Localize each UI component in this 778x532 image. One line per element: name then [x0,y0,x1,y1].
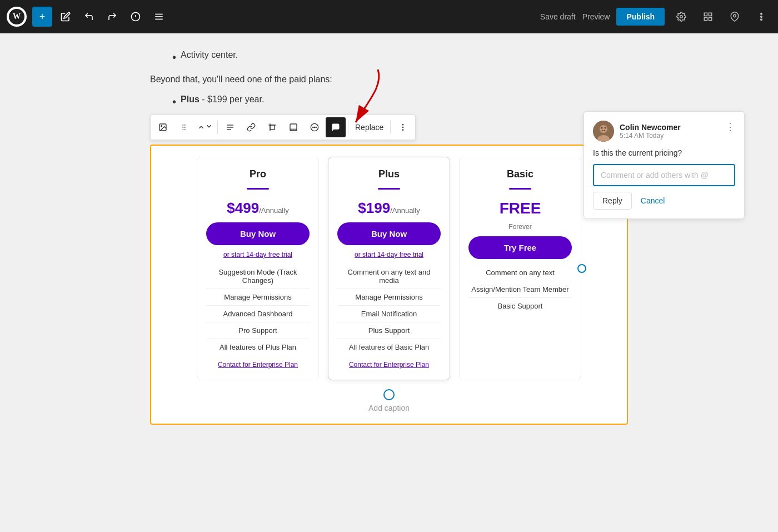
basic-plan-divider [509,188,531,190]
basic-feature-1: Comment on any text [468,265,572,281]
pricing-block: Pro $499/Annually Buy Now or start 14-da… [150,145,628,425]
svg-point-20 [182,127,183,128]
wordpress-logo[interactable]: W [7,7,27,27]
basic-try-free-button[interactable]: Try Free [468,236,572,259]
circle-dots-button[interactable] [305,117,325,137]
svg-point-12 [761,13,762,14]
svg-point-32 [314,127,315,127]
comment-body-text: Is this the current pricing? [593,148,735,157]
plus-price-value: $199 [358,200,390,216]
plus-buy-button[interactable]: Buy Now [337,222,441,245]
pro-price-value: $499 [227,200,259,216]
svg-point-31 [313,127,313,127]
settings-icon[interactable] [671,7,691,27]
plus-plan-divider [378,188,400,190]
plus-feature-list: Comment on any text and media Manage Per… [337,264,441,355]
comment-time: 5:14 AM Today [620,132,681,140]
commenter-name: Colin Newcomer [620,123,681,132]
pro-feature-1: Suggestion Mode (Track Changes) [206,264,310,289]
topbar: W + Save draft Preview Publish [0,0,778,33]
location-icon[interactable] [725,7,745,27]
pro-free-trial-link[interactable]: or start 14-day free trial [223,251,292,258]
list-view-button[interactable] [149,7,169,27]
caption-area: Add caption [162,389,616,412]
caption-button[interactable] [283,117,303,137]
publish-button[interactable]: Publish [616,8,665,26]
basic-pricing-card: Basic FREE Forever Try Free Comment on a… [459,157,581,380]
svg-point-22 [182,129,183,130]
cancel-button[interactable]: Cancel [636,192,670,210]
plus-plan-name: Plus [378,168,400,180]
pro-feature-3: Advanced Dashboard [206,306,310,322]
align-button[interactable] [220,117,240,137]
post-settings-icon[interactable] [698,7,718,27]
svg-point-23 [184,129,186,130]
resize-handle[interactable] [577,264,586,273]
plus-feature-2: Manage Permissions [337,289,441,306]
bullet-dot: • [172,50,176,64]
plus-contact-link[interactable]: Contact for Enterprise Plan [349,361,429,369]
pricing-cards: Pro $499/Annually Buy Now or start 14-da… [162,157,616,380]
comment-input[interactable] [593,164,735,186]
plus-plan-price: $199/Annually [358,200,420,217]
comment-active-button[interactable] [326,117,346,137]
svg-point-11 [734,14,736,17]
svg-point-19 [184,125,186,126]
plus-pricing-card: Plus $199/Annually Buy Now or start 14-d… [328,157,450,380]
pro-plan-price: $499/Annually [227,200,288,217]
svg-point-41 [605,127,606,129]
comment-more-button[interactable]: ⋮ [725,121,735,133]
plus-free-trial-link[interactable]: or start 14-day free trial [355,251,423,258]
basic-free-label: FREE [500,200,541,217]
svg-rect-8 [709,13,712,16]
preview-button[interactable]: Preview [582,12,610,21]
info-button[interactable] [126,7,146,27]
plus-feature-4: Plus Support [337,322,441,339]
pro-buy-button[interactable]: Buy Now [206,222,310,245]
replace-button[interactable]: Replace [351,123,388,132]
redo-button[interactable] [102,7,122,27]
svg-rect-27 [270,125,275,130]
text-paragraph: Beyond that, you'll need one of the paid… [150,74,628,84]
toolbar-divider-2 [348,121,348,134]
basic-free-sub: Forever [508,223,531,231]
plus-price-period: /Annually [390,206,420,215]
link-button[interactable] [241,117,261,137]
more-options-button[interactable] [393,117,413,137]
pro-contact-link[interactable]: Contact for Enterprise Plan [218,361,298,369]
save-draft-button[interactable]: Save draft [540,12,576,21]
undo-button[interactable] [79,7,99,27]
svg-point-14 [761,19,762,20]
plus-rest: - $199 per year. [202,95,264,104]
pro-feature-list: Suggestion Mode (Track Changes) Manage P… [206,264,310,355]
caption-circle-icon [383,389,395,400]
move-up-down-button[interactable] [195,117,215,137]
editor-area: • Activity center. Beyond that, you'll n… [150,50,628,425]
drag-handle-button[interactable] [174,117,194,137]
svg-point-6 [680,16,683,18]
pro-price-period: /Annually [259,206,288,215]
reply-button[interactable]: Reply [593,192,632,210]
svg-rect-7 [704,13,707,16]
svg-point-17 [161,126,162,127]
plus-feature-5: All features of Basic Plan [337,339,441,355]
pro-pricing-card: Pro $499/Annually Buy Now or start 14-da… [197,157,319,380]
pro-feature-4: Pro Support [206,322,310,339]
crop-button[interactable] [262,117,282,137]
block-toolbar: Replace [150,115,416,140]
add-block-button[interactable]: + [32,7,52,27]
bullet-item-activity: • Activity center. [172,50,628,64]
edit-tool-button[interactable] [56,7,76,27]
comment-header: Colin Newcomer 5:14 AM Today ⋮ [593,121,735,142]
image-icon-button[interactable] [153,117,173,137]
plus-feature-1: Comment on any text and media [337,264,441,289]
caption-placeholder-text[interactable]: Add caption [368,404,410,412]
plus-feature-3: Email Notification [337,306,441,322]
svg-point-40 [601,127,603,129]
more-options-icon[interactable] [751,7,771,27]
bullet-dot-2: • [172,95,176,109]
svg-point-36 [402,129,404,131]
svg-point-35 [402,127,404,128]
pro-feature-5: All features of Plus Plan [206,339,310,355]
comment-actions: Reply Cancel [593,192,735,210]
